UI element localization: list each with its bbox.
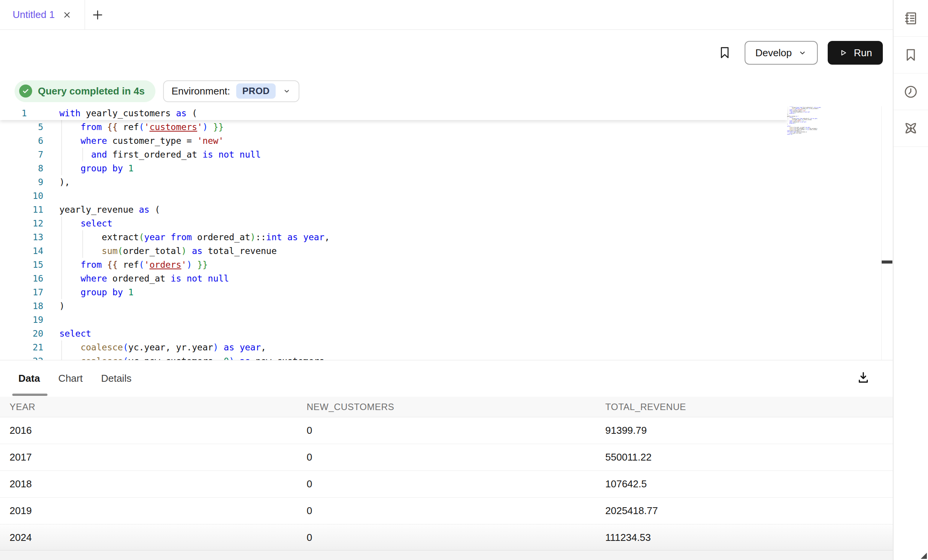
code-line-content: coalesce(yc.new_customers, 0) as new_cus… <box>43 354 330 360</box>
code-line[interactable]: 13 extract(year from ordered_at)::int as… <box>0 230 893 244</box>
code-token: as <box>176 108 187 118</box>
minimap[interactable]: with yearly_customers as ( select extrac… <box>787 106 883 155</box>
code-line[interactable]: 10 <box>0 189 893 203</box>
code-token: ' <box>181 260 187 270</box>
code-token: group <box>80 163 107 173</box>
code-line-content: select <box>43 217 112 230</box>
horizontal-scrollbar-track[interactable] <box>0 550 893 560</box>
code-token: ( <box>186 108 197 118</box>
sidebar-item-notebook[interactable] <box>894 0 928 37</box>
code-token: 1 <box>128 163 134 173</box>
code-token: order <box>787 133 790 135</box>
editor-scrollbar-thumb[interactable] <box>882 260 892 264</box>
code-line[interactable]: 16 where ordered_at is not null <box>0 272 893 285</box>
code-token <box>59 122 80 132</box>
code-line[interactable]: 22 coalesce(yc.new_customers, 0) as new_… <box>0 354 893 360</box>
code-token: ( <box>797 116 799 117</box>
code-line[interactable]: 11yearly_revenue as ( <box>0 203 893 217</box>
code-token: ( <box>123 356 128 360</box>
run-button[interactable]: Run <box>828 41 883 65</box>
code-token: select <box>59 329 91 339</box>
code-line[interactable]: 14 sum(order_total) as total_revenue <box>0 244 893 258</box>
play-icon <box>838 48 848 58</box>
develop-dropdown[interactable]: Develop <box>745 41 818 65</box>
table-cell: 2018 <box>0 478 297 490</box>
indent-guide <box>61 161 62 175</box>
code-token: ref <box>118 260 139 270</box>
table-row[interactable]: 201902025418.77 <box>0 498 893 524</box>
code-token: ) <box>59 301 65 311</box>
code-line[interactable]: 20select <box>0 327 893 340</box>
code-token: yc.new_customers, <box>128 356 224 360</box>
code-token: ordered_at <box>192 232 250 242</box>
results-tab-chart[interactable]: Chart <box>58 373 83 384</box>
code-token: select <box>80 218 112 228</box>
results-panel: DataChartDetails YEARNEW_CUSTOMERSTOTAL_… <box>0 360 893 560</box>
code-line[interactable]: 5 from {{ ref('customers') }} <box>0 120 893 134</box>
table-cell: 111234.53 <box>596 532 893 544</box>
code-token: and <box>91 150 107 160</box>
code-token: where <box>80 273 107 283</box>
code-line-number: 22 <box>0 354 43 360</box>
code-line[interactable]: 19 <box>0 313 893 327</box>
code-line-number: 12 <box>0 217 43 230</box>
code-line[interactable]: 7 and first_ordered_at is not null <box>0 148 893 161</box>
sql-code-editor[interactable]: 1with yearly_customers as ( 5 from {{ re… <box>0 106 893 360</box>
tab-untitled-1[interactable]: Untitled 1 <box>0 0 85 29</box>
code-token: ) <box>181 246 187 256</box>
right-icon-sidebar <box>893 0 928 560</box>
code-line[interactable]: 12 select <box>0 217 893 230</box>
bookmark-button[interactable] <box>717 46 732 60</box>
table-cell: 91399.79 <box>596 425 893 436</box>
close-tab-icon[interactable] <box>62 10 72 20</box>
code-token: new_customers <box>810 108 818 109</box>
code-line[interactable]: 15 from {{ ref('orders') }} <box>0 258 893 272</box>
resize-grip[interactable] <box>921 553 927 559</box>
results-tab-details[interactable]: Details <box>101 373 131 384</box>
code-line[interactable]: 9), <box>0 175 893 189</box>
code-token: 1 <box>795 122 796 124</box>
chevron-down-icon <box>798 48 807 57</box>
table-row[interactable]: 20240111234.53 <box>0 524 893 551</box>
code-line-content: where customer_type = 'new' <box>43 134 224 148</box>
table-row[interactable]: 20170550011.22 <box>0 444 893 471</box>
sidebar-item-history[interactable] <box>894 73 928 110</box>
code-line-number: 7 <box>0 148 43 161</box>
query-status-text: Query completed in 4s <box>38 85 145 97</box>
table-row[interactable]: 20180107642.5 <box>0 471 893 498</box>
sidebar-item-bookmarks[interactable] <box>894 37 928 73</box>
editor-toolbar: Develop Run <box>0 30 893 76</box>
sidebar-item-lineage[interactable] <box>894 110 928 147</box>
code-line[interactable]: 1with yearly_customers as ( <box>0 106 197 120</box>
code-token <box>234 342 240 352</box>
editor-scrollbar-track <box>881 106 892 360</box>
code-line[interactable]: 17 group by 1 <box>0 285 893 299</box>
code-token: ) <box>186 260 192 270</box>
code-token: total_revenue <box>203 246 277 256</box>
code-token <box>186 246 192 256</box>
environment-selector[interactable]: Environment: PROD <box>163 80 300 102</box>
download-results-button[interactable] <box>856 370 871 385</box>
code-line[interactable]: 21 coalesce(yc.year, yr.year) as year, <box>0 340 893 354</box>
code-line-number: 18 <box>0 299 43 313</box>
code-line[interactable]: 18) <box>0 299 893 313</box>
table-cell: 0 <box>297 425 596 436</box>
develop-label: Develop <box>755 47 792 59</box>
code-line[interactable]: 6 where customer_type = 'new' <box>0 134 893 148</box>
results-tab-bar: DataChartDetails <box>0 360 893 397</box>
new-tab-button[interactable] <box>91 0 104 29</box>
code-line-number: 20 <box>0 327 43 340</box>
indent-guide <box>61 230 62 244</box>
code-token <box>59 136 80 146</box>
indent-guide <box>61 244 62 258</box>
table-row[interactable]: 2016091399.79 <box>0 417 893 444</box>
indent-guide <box>82 148 83 161</box>
code-token: coalesce <box>80 342 123 352</box>
code-line[interactable]: 8 group by 1 <box>0 161 893 175</box>
results-tab-data[interactable]: Data <box>18 373 40 384</box>
indent-guide <box>61 134 62 148</box>
code-token: orders <box>149 260 181 270</box>
code-line-content: select <box>43 327 91 340</box>
code-token: ) <box>203 122 208 132</box>
results-table-header: YEARNEW_CUSTOMERSTOTAL_REVENUE <box>0 397 893 417</box>
